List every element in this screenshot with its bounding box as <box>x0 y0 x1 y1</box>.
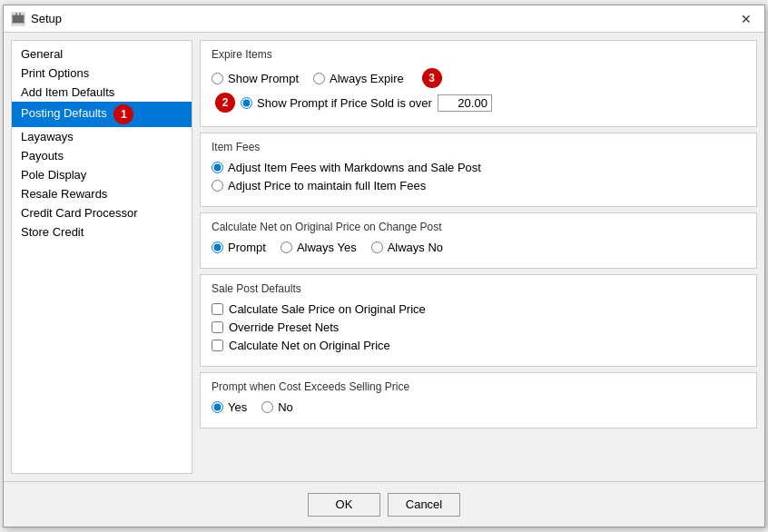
yes-label[interactable]: Yes <box>212 400 247 414</box>
always-no-radio[interactable] <box>371 241 383 253</box>
override-preset-row: Override Preset Nets <box>212 320 745 334</box>
yes-text: Yes <box>228 400 247 414</box>
price-over-radio[interactable] <box>241 97 252 109</box>
calc-net-original-text: Calculate Net on Original Price <box>229 339 390 352</box>
cancel-button[interactable]: Cancel <box>388 493 460 517</box>
annotation-1: 1 <box>113 104 133 124</box>
maintain-fees-text: Adjust Price to maintain full Item Fees <box>228 179 426 192</box>
sidebar: General Print Options Add Item Defaults … <box>11 40 192 474</box>
adjust-fees-radio[interactable] <box>212 162 223 173</box>
annotation-3: 3 <box>422 68 442 88</box>
price-over-text: Show Prompt if Price Sold is over <box>257 96 432 110</box>
calc-sale-price-text: Calculate Sale Price on Original Price <box>229 302 426 316</box>
show-prompt-label[interactable]: Show Prompt <box>212 72 299 85</box>
expire-items-title: Expire Items <box>212 48 745 61</box>
footer: OK Cancel <box>4 481 764 527</box>
item-fees-row-2: Adjust Price to maintain full Item Fees <box>212 179 745 192</box>
item-fees-section: Item Fees Adjust Item Fees with Markdown… <box>200 133 757 207</box>
prompt-label[interactable]: Prompt <box>212 241 266 254</box>
calc-net-row: Prompt Always Yes Always No <box>212 241 745 254</box>
sidebar-item-layaways[interactable]: Layaways <box>12 127 192 146</box>
sidebar-item-credit-card-processor[interactable]: Credit Card Processor <box>12 203 192 222</box>
calc-net-original-row: Calculate Net on Original Price <box>212 339 745 352</box>
price-over-label[interactable]: Show Prompt if Price Sold is over <box>241 96 432 110</box>
override-preset-checkbox[interactable] <box>212 321 223 333</box>
posting-defaults-label: Posting Defaults <box>21 106 107 120</box>
adjust-fees-label[interactable]: Adjust Item Fees with Markdowns and Sale… <box>212 161 481 174</box>
sidebar-item-payouts[interactable]: Payouts <box>12 146 192 165</box>
main-content: Expire Items Show Prompt Always Expire 3… <box>200 40 757 474</box>
always-expire-label[interactable]: Always Expire <box>313 72 404 85</box>
svg-rect-4 <box>19 13 21 15</box>
always-yes-text: Always Yes <box>297 241 357 254</box>
always-no-text: Always No <box>388 241 443 254</box>
yes-radio[interactable] <box>212 401 223 413</box>
setup-window: Setup ✕ General Print Options Add Item D… <box>3 5 765 527</box>
svg-rect-2 <box>13 15 24 23</box>
calc-net-original-checkbox[interactable] <box>212 340 223 351</box>
maintain-fees-radio[interactable] <box>212 180 223 192</box>
calc-sale-price-checkbox[interactable] <box>212 303 223 315</box>
always-expire-radio[interactable] <box>313 73 325 84</box>
sale-post-title: Sale Post Defaults <box>212 282 745 295</box>
title-bar: Setup ✕ <box>4 5 764 33</box>
price-over-input[interactable] <box>438 94 492 112</box>
sale-price-row: Calculate Sale Price on Original Price <box>212 302 745 316</box>
ok-button[interactable]: OK <box>308 493 380 517</box>
sidebar-item-general[interactable]: General <box>12 44 192 64</box>
sidebar-item-print-options[interactable]: Print Options <box>12 64 192 83</box>
close-button[interactable]: ✕ <box>735 8 757 30</box>
item-fees-row-1: Adjust Item Fees with Markdowns and Sale… <box>212 161 745 174</box>
sidebar-item-store-credit[interactable]: Store Credit <box>12 222 192 241</box>
maintain-fees-label[interactable]: Adjust Price to maintain full Item Fees <box>212 179 426 192</box>
price-over-row: 2 Show Prompt if Price Sold is over <box>212 93 745 113</box>
sale-post-section: Sale Post Defaults Calculate Sale Price … <box>200 274 757 367</box>
sidebar-item-pole-display[interactable]: Pole Display <box>12 165 192 184</box>
prompt-text: Prompt <box>228 241 266 254</box>
prompt-cost-section: Prompt when Cost Exceeds Selling Price Y… <box>200 372 757 429</box>
prompt-radio[interactable] <box>212 241 223 253</box>
no-radio[interactable] <box>261 401 273 413</box>
calculate-net-title: Calculate Net on Original Price on Chang… <box>212 221 745 233</box>
window-body: General Print Options Add Item Defaults … <box>4 33 764 481</box>
calculate-net-section: Calculate Net on Original Price on Chang… <box>200 212 757 269</box>
annotation-2: 2 <box>215 93 235 113</box>
sidebar-item-posting-defaults[interactable]: Posting Defaults 1 <box>12 102 192 127</box>
always-yes-radio[interactable] <box>281 241 292 253</box>
always-yes-label[interactable]: Always Yes <box>281 241 357 254</box>
sidebar-item-add-item-defaults[interactable]: Add Item Defaults <box>12 83 192 102</box>
always-no-label[interactable]: Always No <box>371 241 443 254</box>
sidebar-item-resale-rewards[interactable]: Resale Rewards <box>12 184 192 203</box>
prompt-cost-title: Prompt when Cost Exceeds Selling Price <box>212 380 745 393</box>
no-text: No <box>278 400 293 414</box>
item-fees-title: Item Fees <box>212 141 745 153</box>
window-title: Setup <box>31 12 62 25</box>
show-prompt-radio[interactable] <box>212 73 223 84</box>
svg-rect-3 <box>15 13 17 15</box>
always-expire-text: Always Expire <box>330 72 404 85</box>
expire-row-1: Show Prompt Always Expire 3 <box>212 68 745 88</box>
prompt-cost-row: Yes No <box>212 400 745 414</box>
no-label[interactable]: No <box>261 400 293 414</box>
expire-items-section: Expire Items Show Prompt Always Expire 3… <box>200 40 757 127</box>
app-icon <box>11 12 25 26</box>
show-prompt-text: Show Prompt <box>228 72 299 85</box>
title-bar-left: Setup <box>11 12 62 26</box>
override-preset-text: Override Preset Nets <box>229 320 339 334</box>
adjust-fees-text: Adjust Item Fees with Markdowns and Sale… <box>228 161 481 174</box>
